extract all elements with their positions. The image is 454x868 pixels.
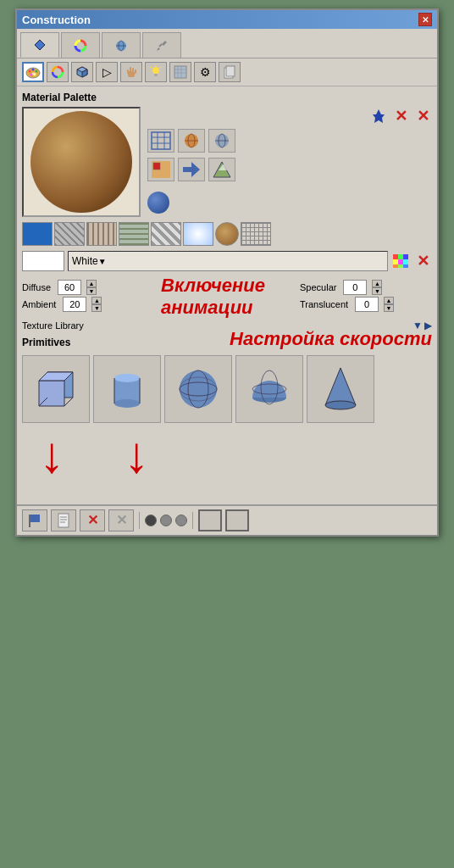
svg-point-70: [114, 374, 140, 382]
specular-up[interactable]: ▲: [372, 280, 382, 287]
dot-2[interactable]: [160, 515, 172, 526]
specular-spinner: ▲ ▼: [372, 280, 382, 295]
cube-icon: [75, 65, 89, 79]
primitive-cylinder[interactable]: [93, 355, 161, 423]
title-bar: Construction ✕: [17, 10, 437, 29]
specular-value[interactable]: 0: [343, 280, 367, 295]
diffuse-up[interactable]: ▲: [86, 280, 97, 287]
copy-btn[interactable]: [219, 62, 241, 82]
swatch-grid[interactable]: [241, 222, 271, 246]
square-btn-1[interactable]: [198, 509, 222, 531]
tab-color[interactable]: [61, 32, 100, 58]
ambient-up[interactable]: ▲: [91, 297, 102, 304]
document-icon: [58, 513, 69, 528]
diffuse-value[interactable]: 60: [58, 280, 81, 295]
dot-3[interactable]: [175, 515, 187, 526]
speed-setting-text: Настройка скорости: [230, 328, 432, 350]
diffuse-down[interactable]: ▼: [86, 287, 97, 295]
primitive-hemisphere[interactable]: [235, 355, 303, 423]
copy-icon: [224, 65, 235, 79]
material-palette-label: Material Palette: [22, 92, 432, 103]
translucent-up[interactable]: ▲: [384, 297, 394, 304]
svg-rect-19: [132, 68, 134, 73]
speed-annotation-area: Primitives Настройка скорости: [22, 337, 432, 352]
primitive-cone[interactable]: [307, 355, 374, 423]
material-name-input[interactable]: White ▼: [68, 251, 388, 271]
svg-line-25: [160, 67, 161, 68]
swatch-texture3[interactable]: [119, 222, 149, 246]
translucent-down[interactable]: ▼: [384, 304, 394, 312]
svg-rect-21: [135, 70, 136, 74]
library-globe-icon: [212, 131, 232, 150]
cube-primitive-icon: [30, 364, 81, 415]
cube-btn[interactable]: [71, 62, 93, 82]
construction-window: Construction ✕: [15, 8, 439, 537]
material-right-controls: ✕ ✕: [147, 107, 432, 217]
lib-icon-1[interactable]: [147, 129, 174, 153]
flag-icon: [28, 513, 42, 528]
svg-point-8: [32, 69, 35, 71]
params-area: Diffuse 60 ▲ ▼ Ambient 20 ▲ ▼: [22, 275, 432, 320]
dot-1[interactable]: [145, 515, 157, 526]
color-wheel-icon: [74, 39, 87, 53]
animation-enable-text: Включение анимации: [161, 275, 293, 320]
primitive-sphere[interactable]: [164, 355, 232, 423]
lib-icon-5[interactable]: [178, 158, 205, 181]
lib-icon-4[interactable]: [147, 158, 174, 181]
swatch-brown[interactable]: [215, 222, 239, 246]
pin-btn[interactable]: [369, 107, 388, 125]
separator-2: [192, 512, 193, 529]
texture-btn[interactable]: [169, 62, 191, 82]
lib-icon-3[interactable]: [208, 129, 235, 153]
content-area: Material Palette ✕: [17, 86, 437, 504]
light-btn[interactable]: [145, 62, 167, 82]
lib-icon-2[interactable]: [178, 129, 205, 153]
document-btn[interactable]: [51, 509, 76, 531]
diffuse-label: Diffuse: [22, 282, 51, 292]
hand-icon: [125, 65, 137, 79]
translucent-value[interactable]: 0: [355, 297, 379, 312]
material-preview: [22, 107, 141, 217]
delete-btn[interactable]: ✕: [391, 107, 410, 125]
white-color-swatch[interactable]: [22, 251, 64, 271]
delete-inactive-btn[interactable]: ✕: [108, 509, 134, 531]
swatch-texture2[interactable]: [86, 222, 117, 246]
svg-rect-23: [154, 74, 158, 76]
palette-btn[interactable]: [22, 62, 44, 82]
swatch-texture1[interactable]: [54, 222, 85, 246]
color-grid-btn[interactable]: [391, 252, 410, 270]
color-grid-icon: [393, 254, 408, 268]
svg-rect-35: [152, 132, 170, 149]
ambient-value[interactable]: 20: [63, 297, 86, 312]
arrows-area: ↓ ↓: [22, 423, 432, 499]
hand-btn[interactable]: [120, 62, 142, 82]
delete-active-btn[interactable]: ✕: [80, 509, 105, 531]
delete-material-btn[interactable]: ✕: [413, 252, 432, 270]
swatch-glow[interactable]: [183, 222, 213, 246]
settings-btn[interactable]: ⚙: [194, 62, 216, 82]
delete2-btn[interactable]: ✕: [413, 107, 432, 125]
color-btn[interactable]: [47, 62, 69, 82]
tab-tools[interactable]: [142, 32, 181, 58]
tab-diamond[interactable]: [20, 32, 59, 58]
specular-down[interactable]: ▼: [372, 287, 382, 295]
ambient-label: Ambient: [22, 299, 56, 309]
tab-3d[interactable]: [102, 32, 141, 58]
svg-rect-54: [403, 254, 408, 259]
flag-btn[interactable]: [22, 509, 47, 531]
square-btn-2[interactable]: [225, 509, 249, 531]
lib-icon-6[interactable]: [208, 158, 235, 181]
swatch-blue[interactable]: [22, 222, 53, 246]
swatch-texture4[interactable]: [151, 222, 181, 246]
params-left: Diffuse 60 ▲ ▼ Ambient 20 ▲ ▼: [22, 280, 154, 314]
close-button[interactable]: ✕: [418, 13, 432, 26]
primitive-cube[interactable]: [22, 355, 90, 423]
diamond-icon: [33, 38, 47, 52]
material-sphere: [30, 111, 132, 213]
arrow-btn[interactable]: ▷: [96, 62, 118, 82]
ambient-down[interactable]: ▼: [91, 304, 102, 312]
color-circle-icon: [51, 65, 64, 79]
svg-line-66: [64, 398, 73, 406]
small-sphere[interactable]: [147, 192, 169, 214]
main-tabs: [17, 29, 437, 58]
